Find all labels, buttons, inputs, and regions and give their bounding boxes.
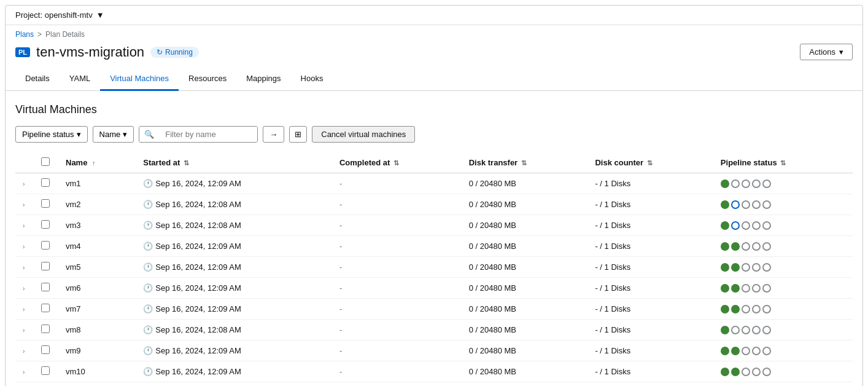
cancel-virtual-machines-button[interactable]: Cancel virtual machines (312, 126, 415, 143)
pipeline-dot (731, 221, 740, 230)
disk-transfer-value: 0 / 20480 MB (469, 283, 516, 293)
col-disk-transfer[interactable]: Disk transfer ⇅ (462, 152, 588, 173)
tab-mappings[interactable]: Mappings (236, 68, 290, 91)
row-started-at-cell: 🕐 Sep 16, 2024, 12:08 AM (136, 194, 332, 215)
row-started-at-cell: 🕐 Sep 16, 2024, 12:09 AM (136, 257, 332, 278)
row-expand-cell: › (15, 341, 34, 361)
tab-virtual-machines[interactable]: Virtual Machines (100, 68, 179, 91)
row-checkbox[interactable] (41, 345, 50, 354)
tab-details[interactable]: Details (15, 68, 60, 91)
sort-disk-counter-icon[interactable]: ⇅ (647, 159, 653, 167)
pipeline-status-dots (721, 326, 845, 334)
pipeline-status-dots (721, 284, 845, 293)
row-expand-icon[interactable]: › (23, 327, 25, 334)
sort-disk-transfer-icon[interactable]: ⇅ (521, 159, 527, 167)
pipeline-dot (762, 347, 771, 355)
sort-started-at-icon[interactable]: ⇅ (184, 159, 189, 167)
pipeline-dot (762, 200, 771, 209)
row-checkbox[interactable] (41, 283, 50, 291)
row-expand-cell: › (15, 215, 34, 236)
search-input[interactable] (159, 127, 257, 142)
vm-name: vm2 (66, 200, 81, 209)
clock-icon: 🕐 (143, 262, 153, 272)
pipeline-dot (752, 347, 761, 355)
row-checkbox[interactable] (41, 241, 50, 250)
pipeline-dot (742, 221, 750, 230)
col-completed-at[interactable]: Completed at ⇅ (332, 152, 462, 173)
pipeline-dot (731, 179, 740, 188)
row-expand-icon[interactable]: › (23, 285, 25, 292)
row-disk-counter-cell: - / 1 Disks (587, 215, 713, 236)
columns-button[interactable]: ⊞ (289, 126, 307, 143)
row-checkbox-cell (34, 299, 58, 320)
row-checkbox[interactable] (41, 262, 50, 270)
tab-yaml[interactable]: YAML (60, 68, 100, 91)
name-filter[interactable]: Name ▾ (93, 126, 134, 143)
breadcrumb-plans-link[interactable]: Plans (15, 30, 34, 39)
row-expand-icon[interactable]: › (23, 348, 25, 355)
pipeline-dot (731, 242, 740, 251)
pipeline-status-filter[interactable]: Pipeline status ▾ (15, 126, 88, 143)
vm-name: vm8 (66, 325, 81, 334)
completed-at-value: - (339, 221, 342, 230)
section-title: Virtual Machines (15, 103, 853, 116)
disk-transfer-value: 0 / 20480 MB (469, 242, 516, 251)
row-checkbox[interactable] (41, 220, 50, 229)
completed-at-value: - (339, 262, 342, 272)
disk-transfer-value: 0 / 20480 MB (469, 221, 516, 230)
sort-completed-at-icon[interactable]: ⇅ (393, 159, 399, 167)
row-checkbox-cell (34, 194, 58, 215)
vm-name: vm6 (66, 283, 81, 293)
tab-resources[interactable]: Resources (179, 68, 236, 91)
pipeline-dot (762, 326, 771, 334)
select-all-checkbox[interactable] (41, 157, 50, 166)
row-checkbox[interactable] (41, 366, 50, 375)
row-expand-icon[interactable]: › (23, 202, 25, 208)
row-disk-transfer-cell: 0 / 20480 MB (462, 278, 588, 299)
tab-hooks[interactable]: Hooks (291, 68, 333, 91)
disk-counter-value: - / 1 Disks (595, 200, 630, 209)
started-at-text: Sep 16, 2024, 12:09 AM (155, 262, 241, 272)
row-expand-icon[interactable]: › (23, 223, 25, 229)
row-checkbox[interactable] (41, 178, 50, 187)
clock-icon: 🕐 (143, 283, 153, 293)
table-row: › vm10 🕐 Sep 16, 2024, 12:09 AM - 0 / 20… (15, 361, 853, 382)
pipeline-status-dots (721, 263, 845, 272)
row-checkbox[interactable] (41, 304, 50, 312)
project-dropdown-icon[interactable]: ▼ (96, 10, 104, 20)
pipeline-dot (762, 221, 771, 230)
col-disk-counter[interactable]: Disk counter ⇅ (587, 152, 713, 173)
row-expand-icon[interactable]: › (23, 243, 25, 250)
row-expand-icon[interactable]: › (23, 306, 25, 313)
col-pipeline-status[interactable]: Pipeline status ⇅ (713, 152, 853, 173)
pipeline-dot (742, 368, 750, 376)
disk-counter-value: - / 1 Disks (595, 346, 630, 355)
started-at-text: Sep 16, 2024, 12:09 AM (155, 283, 241, 293)
col-name[interactable]: Name ↑ (58, 152, 136, 173)
row-disk-transfer-cell: 0 / 20480 MB (462, 341, 588, 361)
table-row: › vm6 🕐 Sep 16, 2024, 12:09 AM - 0 / 204… (15, 278, 853, 299)
pipeline-dot (731, 347, 740, 355)
row-checkbox[interactable] (41, 325, 50, 333)
pipeline-dot (721, 179, 729, 188)
page-title-row: PL ten-vms-migration ↻ Running (15, 44, 199, 60)
toolbar: Pipeline status ▾ Name ▾ 🔍 → ⊞ Cancel vi… (15, 126, 853, 143)
row-expand-icon[interactable]: › (23, 264, 25, 271)
col-started-at[interactable]: Started at ⇅ (136, 152, 332, 173)
row-expand-icon[interactable]: › (23, 369, 25, 376)
pipeline-dot (752, 179, 761, 188)
clock-icon: 🕐 (143, 367, 153, 376)
actions-button[interactable]: Actions ▾ (800, 44, 853, 60)
clock-icon: 🕐 (143, 221, 153, 230)
row-checkbox[interactable] (41, 199, 50, 208)
sort-pipeline-status-icon[interactable]: ⇅ (780, 159, 786, 167)
row-name-cell: vm5 (58, 257, 136, 278)
disk-transfer-value: 0 / 20480 MB (469, 325, 516, 334)
search-arrow-button[interactable]: → (263, 126, 284, 143)
row-expand-icon[interactable]: › (23, 181, 25, 187)
row-pipeline-status-cell (713, 257, 853, 278)
vm-name: vm7 (66, 304, 81, 313)
pipeline-dot (752, 284, 761, 293)
started-at-text: Sep 16, 2024, 12:08 AM (155, 221, 241, 230)
pipeline-dot (731, 326, 740, 334)
